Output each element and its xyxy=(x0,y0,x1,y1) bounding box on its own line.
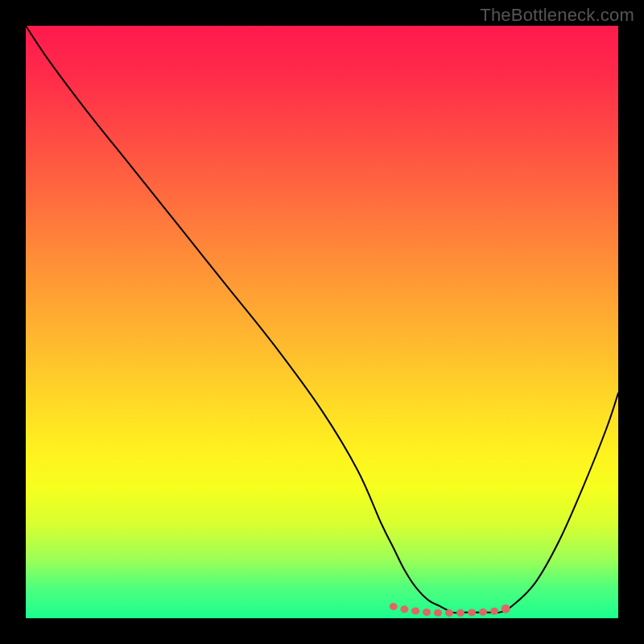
plot-area xyxy=(26,26,618,618)
chart-frame: TheBottleneck.com xyxy=(0,0,644,644)
watermark-text: TheBottleneck.com xyxy=(480,5,634,26)
bottleneck-curve xyxy=(26,26,618,613)
highlight-end-dot xyxy=(502,605,510,613)
curve-layer xyxy=(26,26,618,618)
